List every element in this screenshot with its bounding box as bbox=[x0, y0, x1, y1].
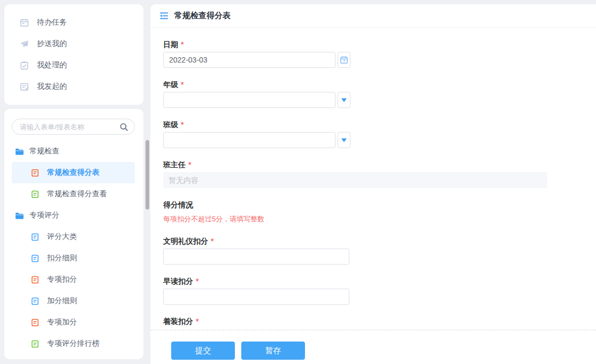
folder-icon bbox=[15, 211, 24, 220]
sidebar-item-handled-by-me[interactable]: 我处理的 bbox=[4, 55, 143, 76]
send-icon bbox=[19, 39, 29, 49]
search-icon[interactable] bbox=[119, 122, 128, 131]
save-draft-button[interactable]: 暂存 bbox=[241, 342, 305, 360]
head-teacher-input bbox=[163, 172, 547, 188]
page-title: 常规检查得分表 bbox=[174, 11, 231, 21]
tree-item-score-view[interactable]: 常规检查得分查看 bbox=[12, 183, 135, 205]
document-icon bbox=[31, 297, 39, 305]
tree-folder-special-scoring[interactable]: 专项评分 bbox=[12, 205, 135, 226]
calendar-icon: 7 bbox=[340, 56, 348, 64]
field-label: 班级 bbox=[163, 120, 178, 129]
clipboard-check-icon bbox=[19, 60, 29, 70]
grade-select-input[interactable] bbox=[163, 92, 335, 108]
field-label: 早读扣分 bbox=[163, 277, 193, 285]
sidebar-item-label: 待办任务 bbox=[37, 18, 67, 27]
tree-item-label: 专项扣分 bbox=[47, 275, 77, 284]
field-label: 年级 bbox=[163, 80, 178, 89]
required-mark: * bbox=[181, 120, 184, 129]
tree-item-special-deduction[interactable]: 专项扣分 bbox=[12, 269, 135, 290]
score-hint-text: 每项扣分不超过5分，请填写整数 bbox=[163, 215, 583, 223]
field-label: 文明礼仪扣分 bbox=[163, 237, 208, 245]
tree-item-deduction-rules[interactable]: 扣分细则 bbox=[12, 247, 135, 269]
tree-item-special-bonus[interactable]: 专项加分 bbox=[12, 312, 135, 333]
todo-calendar-icon bbox=[19, 18, 29, 27]
document-icon bbox=[31, 233, 39, 241]
tree-item-score-form[interactable]: 常规检查得分表 bbox=[12, 162, 135, 183]
document-icon bbox=[31, 254, 39, 262]
grade-dropdown-button[interactable] bbox=[338, 92, 350, 108]
date-input[interactable] bbox=[163, 52, 335, 68]
required-mark: * bbox=[196, 277, 198, 285]
field-morning-reading-deduction: 早读扣分* bbox=[163, 277, 583, 305]
document-icon bbox=[31, 340, 39, 348]
sidebar-item-label: 我发起的 bbox=[37, 82, 67, 91]
tree-folder-regular-inspection[interactable]: 常规检查 bbox=[12, 141, 135, 162]
morning-reading-deduction-input[interactable] bbox=[163, 289, 349, 305]
folder-icon bbox=[15, 147, 24, 156]
chevron-down-icon bbox=[341, 138, 347, 142]
field-teacher: 班主任* bbox=[163, 160, 583, 188]
tree-item-label: 常规检查得分查看 bbox=[47, 189, 107, 199]
sidebar-item-initiated-by-me[interactable]: 我发起的 bbox=[4, 76, 143, 97]
document-icon bbox=[31, 319, 39, 327]
required-mark: * bbox=[181, 80, 184, 89]
section-title-score: 得分情况 bbox=[163, 200, 583, 209]
sidebar-item-label: 抄送我的 bbox=[37, 39, 67, 49]
sidebar-scrollbar[interactable] bbox=[146, 140, 149, 210]
required-mark: * bbox=[211, 237, 213, 245]
tree-item-score-categories[interactable]: 评分大类 bbox=[12, 226, 135, 247]
tree-item-label: 专项评分 bbox=[29, 211, 59, 220]
required-mark: * bbox=[188, 160, 191, 169]
civility-deduction-input[interactable] bbox=[163, 249, 349, 265]
class-select-input[interactable] bbox=[163, 132, 335, 148]
menu-fold-icon[interactable] bbox=[158, 11, 169, 20]
tree-item-label: 评分大类 bbox=[47, 232, 77, 242]
search-input[interactable] bbox=[12, 119, 134, 134]
tree-item-label: 专项评分排行榜 bbox=[47, 339, 100, 348]
sidebar-item-todo-tasks[interactable]: 待办任务 bbox=[4, 12, 143, 33]
field-label: 班主任 bbox=[163, 160, 186, 169]
field-civility-deduction: 文明礼仪扣分* bbox=[163, 237, 583, 265]
date-picker-button[interactable]: 7 bbox=[338, 52, 350, 68]
tree-item-label: 常规检查 bbox=[29, 146, 59, 156]
field-dress-deduction: 着装扣分* bbox=[163, 317, 583, 326]
main-header: 常规检查得分表 bbox=[150, 4, 596, 28]
required-mark: * bbox=[196, 317, 198, 326]
chevron-down-icon bbox=[341, 98, 347, 102]
sidebar-nav-card: 待办任务 抄送我的 我处理的 我发起的 bbox=[4, 4, 143, 105]
sidebar-tree-card: 常规检查 常规检查得分表 常规检查得分查看 专项评分 评分大类 bbox=[4, 109, 143, 359]
tree-item-label: 扣分细则 bbox=[47, 253, 77, 263]
document-icon bbox=[31, 190, 39, 198]
edit-document-icon bbox=[19, 82, 29, 91]
svg-text:7: 7 bbox=[343, 59, 345, 63]
field-date: 日期* 7 bbox=[163, 40, 583, 68]
document-icon bbox=[31, 169, 39, 177]
main-panel: 常规检查得分表 日期* 7 年级* 班级 bbox=[150, 4, 596, 364]
required-mark: * bbox=[181, 40, 184, 49]
field-grade: 年级* bbox=[163, 80, 583, 108]
field-class: 班级* bbox=[163, 120, 583, 148]
field-label: 着装扣分 bbox=[163, 317, 193, 326]
submit-button[interactable]: 提交 bbox=[171, 342, 235, 360]
tree-item-ranking[interactable]: 专项评分排行榜 bbox=[12, 333, 135, 354]
form-footer: 提交 暂存 bbox=[150, 330, 596, 364]
class-dropdown-button[interactable] bbox=[338, 132, 350, 148]
tree-item-label: 常规检查得分表 bbox=[47, 168, 100, 177]
form-body: 日期* 7 年级* 班级* bbox=[150, 28, 596, 326]
tree-item-label: 加分细则 bbox=[47, 296, 77, 306]
sidebar-item-cc-to-me[interactable]: 抄送我的 bbox=[4, 33, 143, 55]
tree-item-bonus-rules[interactable]: 加分细则 bbox=[12, 290, 135, 312]
tree-item-label: 专项加分 bbox=[47, 317, 77, 327]
form-tree: 常规检查 常规检查得分表 常规检查得分查看 专项评分 评分大类 bbox=[4, 141, 143, 354]
document-icon bbox=[31, 276, 39, 284]
field-label: 日期 bbox=[163, 40, 178, 49]
form-search-box bbox=[12, 119, 135, 135]
sidebar-item-label: 我处理的 bbox=[37, 60, 67, 70]
